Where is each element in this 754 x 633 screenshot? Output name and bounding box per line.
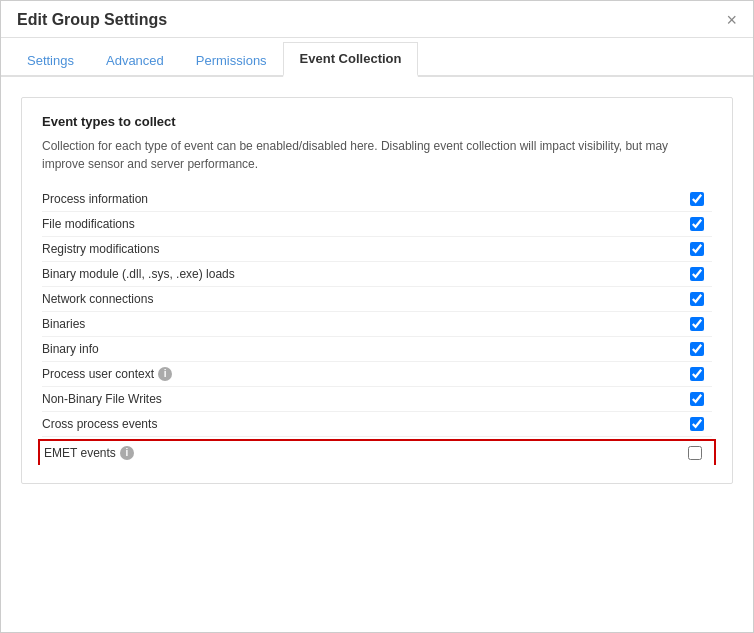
modal-title: Edit Group Settings [17,11,167,29]
event-label: Binaries [42,317,85,331]
tabs-bar: Settings Advanced Permissions Event Coll… [1,42,753,77]
event-row-file-modifications: File modifications [42,212,712,237]
event-row-binary-module-loads: Binary module (.dll, .sys, .exe) loads [42,262,712,287]
event-row-process-user-context: Process user context i [42,362,712,387]
event-row-cross-process-events: Cross process events [42,412,712,437]
modal: Edit Group Settings × Settings Advanced … [0,0,754,633]
info-icon[interactable]: i [158,367,172,381]
info-icon-emet[interactable]: i [120,446,134,460]
event-checkbox-cross-process-events[interactable] [690,417,704,431]
close-button[interactable]: × [726,11,737,29]
event-row-registry-modifications: Registry modifications [42,237,712,262]
event-label: Process user context i [42,367,172,381]
modal-body: Event types to collect Collection for ea… [1,77,753,632]
event-checkbox-process-user-context[interactable] [690,367,704,381]
event-checkbox-network-connections[interactable] [690,292,704,306]
event-row-emet-events: EMET events i [38,439,716,465]
section-title: Event types to collect [42,114,712,129]
event-checkbox-emet-events[interactable] [688,446,702,460]
event-row-non-binary-file-writes: Non-Binary File Writes [42,387,712,412]
modal-header: Edit Group Settings × [1,1,753,38]
event-row-process-information: Process information [42,187,712,212]
event-row-network-connections: Network connections [42,287,712,312]
tab-settings[interactable]: Settings [11,44,90,77]
event-types-section: Event types to collect Collection for ea… [21,97,733,484]
event-label: Binary module (.dll, .sys, .exe) loads [42,267,235,281]
event-label: Non-Binary File Writes [42,392,162,406]
event-label: EMET events i [44,446,134,460]
tab-event-collection[interactable]: Event Collection [283,42,419,77]
section-description: Collection for each type of event can be… [42,137,712,173]
event-label: Registry modifications [42,242,159,256]
event-row-binaries: Binaries [42,312,712,337]
event-checkbox-binaries[interactable] [690,317,704,331]
event-checkbox-registry-modifications[interactable] [690,242,704,256]
tab-permissions[interactable]: Permissions [180,44,283,77]
event-label: File modifications [42,217,135,231]
event-checkbox-non-binary-file-writes[interactable] [690,392,704,406]
event-label: Process information [42,192,148,206]
event-checkbox-binary-module-loads[interactable] [690,267,704,281]
tab-advanced[interactable]: Advanced [90,44,180,77]
event-checkbox-process-information[interactable] [690,192,704,206]
event-label: Cross process events [42,417,157,431]
event-label: Binary info [42,342,99,356]
event-checkbox-file-modifications[interactable] [690,217,704,231]
event-row-binary-info: Binary info [42,337,712,362]
event-checkbox-binary-info[interactable] [690,342,704,356]
event-label: Network connections [42,292,153,306]
